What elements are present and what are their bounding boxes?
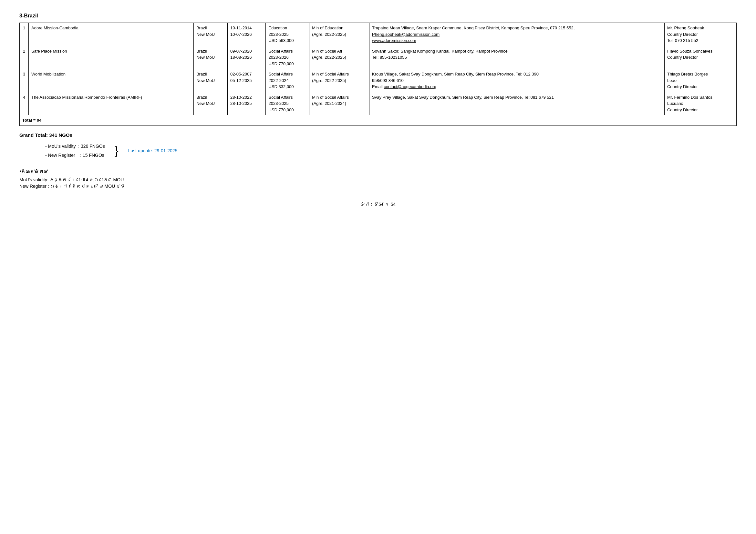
table-cell-4: Social Affairs2023-2025USD 770,000 (266, 92, 310, 115)
table-cell-6: Krous Village, Sakat Svay Dongkhum, Siem… (369, 69, 664, 92)
summary-block: - MoU's validity : 326 FNGOs - New Regis… (45, 142, 737, 160)
table-cell-5: Min of Education(Agre. 2022-2025) (310, 23, 369, 46)
table-cell-5: Min of Social Aff(Agre. 2022-2025) (310, 46, 369, 69)
table-cell-6: Svay Prey Village, Sakat Svay Dongkhum, … (369, 92, 664, 115)
table-cell-2: BrazilNew MoU (193, 23, 227, 46)
table-row: 4The Associacao Missionaria Rompendo Fro… (20, 92, 737, 115)
table-row: 1Adore Mission-CambodiaBrazilNew MoU19-1… (20, 23, 737, 46)
table-cell-4: Social Affairs2022-2024USD 332,000 (266, 69, 310, 92)
note-section: *កំណត់សំគាល់ MoU's validity: អង្គការដែលម… (19, 169, 737, 189)
grand-total: Grand Total: 341 NGOs (19, 132, 737, 138)
table-cell-5: Min of Social Affairs(Agre. 2022-2025) (310, 69, 369, 92)
table-row: 3World MobilizationBrazilNew MoU02-05-20… (20, 69, 737, 92)
table-cell-4: Education2023-2025USD 563,000 (266, 23, 310, 46)
table-cell-2: BrazilNew MoU (193, 46, 227, 69)
summary-lines: - MoU's validity : 326 FNGOs - New Regis… (45, 142, 105, 160)
table-cell-0: 1 (20, 23, 29, 46)
table-cell-3: 28-10-202228-10-2025 (228, 92, 266, 115)
brace-symbol: } (115, 145, 119, 157)
table-cell-3: 09-07-202018-08-2026 (228, 46, 266, 69)
table-cell-3: 19-11-201410-07-2026 (228, 23, 266, 46)
table-cell-2: BrazilNew MoU (193, 92, 227, 115)
table-row: 2Safe Place MissionBrazilNew MoU09-07-20… (20, 46, 737, 69)
table-cell-4: Social Affairs2023-2026USD 770,000 (266, 46, 310, 69)
table-cell-3: 02-05-200705-12-2025 (228, 69, 266, 92)
table-cell-2: BrazilNew MoU (193, 69, 227, 92)
section-title: 3-Brazil (19, 13, 737, 19)
table-cell-1: The Associacao Missionaria Rompendo Fron… (29, 92, 194, 115)
table-cell-0: 4 (20, 92, 29, 115)
note-title: *កំណត់សំគាល់ (19, 169, 737, 175)
page-footer: ទំព័រទី54 នៃ 54 (19, 202, 737, 207)
table-cell-0: 2 (20, 46, 29, 69)
table-cell-7: Mr. Pheng SopheakCountry DirectorTel: 07… (664, 23, 736, 46)
table-cell-0: 3 (20, 69, 29, 92)
table-cell-1: World Mobilization (29, 69, 194, 92)
last-update: Last update: 29-01-2025 (128, 148, 177, 153)
table-cell-7: Thiago Bretas BorgesLeaoCountry Director (664, 69, 736, 92)
table-cell-7: Mr. Fermino Dos SantosLucuanoCountry Dir… (664, 92, 736, 115)
table-cell-5: Min of Social Affairs(Agre. 2021-2024) (310, 92, 369, 115)
table-cell-7: Flavio Souza GoncalvesCountry Director (664, 46, 736, 69)
note-line1: MoU's validity: អង្គការដែលមានសុពលភាព MOU (19, 177, 737, 182)
validity-line: - MoU's validity : 326 FNGOs (45, 142, 105, 151)
table-cell-6: Trapaing Mean Village, Snam Kraper Commu… (369, 23, 664, 46)
note-line2: New Register : អង្គការដែលបានស្នើចុះ MOU … (19, 184, 737, 189)
table-cell-1: Safe Place Mission (29, 46, 194, 69)
main-table: 1Adore Mission-CambodiaBrazilNew MoU19-1… (19, 23, 737, 126)
register-line: - New Register : 15 FNGOs (45, 151, 105, 160)
table-cell-6: Sovann Sakor, Sangkat Kompong Kandal, Ka… (369, 46, 664, 69)
total-row: Total = 04 (20, 115, 737, 126)
total-label: Total = 04 (20, 115, 737, 126)
table-cell-1: Adore Mission-Cambodia (29, 23, 194, 46)
